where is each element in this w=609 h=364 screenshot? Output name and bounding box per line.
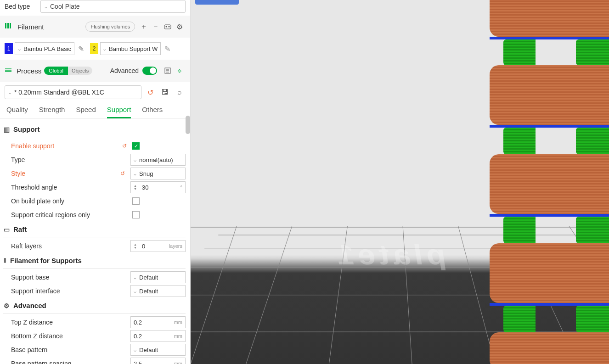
filament-slot-2: 2 ⌵Bambu Support W ✎: [90, 42, 172, 55]
setting-support-base: Support base ⌵Default: [3, 270, 186, 284]
bed-type-value: Cool Plate: [50, 3, 80, 10]
svg-rect-2: [10, 23, 11, 28]
setting-top-z: Top Z distance 0.2mm: [3, 315, 186, 329]
process-section-header: Process Global Objects Advanced ⟐: [0, 60, 190, 82]
flushing-volumes-button[interactable]: Flushing volumes: [85, 22, 135, 32]
scrollbar-thumb[interactable]: [186, 116, 190, 134]
filament-swatch-2[interactable]: 2: [90, 43, 98, 54]
tab-quality[interactable]: Quality: [6, 106, 28, 118]
ams-icon[interactable]: [162, 21, 174, 33]
raft-layers-input[interactable]: ▲▼0layers: [130, 240, 186, 252]
setting-raft-layers: Raft layers ▲▼0layers: [3, 239, 186, 253]
chevron-down-icon: ⌵: [103, 46, 106, 51]
enable-support-checkbox[interactable]: ✓: [132, 142, 140, 150]
sliced-model: [490, 0, 609, 364]
settings-panel[interactable]: ▥Support Enable support ↺ ✓ Type ⌵normal…: [0, 119, 190, 364]
advanced-switch[interactable]: [142, 67, 157, 75]
setting-enable-support: Enable support ↺ ✓: [3, 139, 186, 153]
spacing-input[interactable]: 2.5mm: [130, 358, 186, 364]
bed-type-row: Bed type ⌵ Cool Plate: [0, 0, 190, 16]
save-preset-icon[interactable]: 🖫: [159, 86, 171, 98]
tab-support[interactable]: Support: [107, 106, 131, 118]
advanced-label: Advanced: [110, 67, 139, 74]
filament-slot-1: 1 ⌵Bambu PLA Basic ✎: [5, 42, 85, 55]
process-tabs: Quality Strength Speed Support Others: [0, 103, 190, 119]
svg-point-5: [169, 26, 170, 28]
filament-select-2[interactable]: ⌵Bambu Support W: [100, 42, 161, 55]
group-advanced: ⚙Advanced: [3, 298, 186, 314]
process-preset-select[interactable]: ⌵ * 0.20mm Standard @BBL X1C: [5, 85, 141, 99]
chevron-down-icon: ⌵: [134, 275, 136, 280]
support-base-select[interactable]: ⌵Default: [130, 271, 186, 283]
filament-swatch-1[interactable]: 1: [5, 43, 13, 54]
preset-row: ⌵ * 0.20mm Standard @BBL X1C ↺ 🖫 ⌕: [0, 82, 190, 103]
setting-critical: Support critical regions only: [3, 208, 186, 222]
global-objects-toggle[interactable]: Global Objects: [44, 67, 92, 75]
filament-title: Filament: [17, 23, 85, 31]
style-select[interactable]: ⌵Snug: [130, 168, 186, 179]
on-plate-checkbox[interactable]: [132, 197, 140, 205]
group-filament-supports: ⦀Filament for Supports: [3, 253, 186, 269]
3d-viewport[interactable]: plate1: [191, 0, 609, 364]
setting-bottom-z: Bottom Z distance 0.2mm: [3, 329, 186, 343]
svg-rect-1: [7, 23, 9, 28]
top-z-input[interactable]: 0.2mm: [130, 316, 186, 328]
tab-speed[interactable]: Speed: [76, 106, 96, 118]
filament-group-icon: ⦀: [4, 257, 6, 264]
chevron-down-icon: ⌵: [134, 289, 136, 294]
svg-rect-0: [5, 23, 6, 28]
filament-section-header: Filament Flushing volumes ＋ － ⚙: [0, 16, 190, 38]
threshold-input[interactable]: ▲▼30°: [130, 181, 186, 193]
support-group-icon: ▥: [4, 126, 10, 133]
viewport-top-button[interactable]: [195, 0, 239, 5]
tab-others[interactable]: Others: [142, 106, 163, 118]
gear-icon: ⚙: [4, 302, 10, 309]
gear-icon[interactable]: ⚙: [174, 21, 186, 33]
setting-spacing: Base pattern spacing 2.5mm: [3, 357, 186, 364]
settings-sidebar: Bed type ⌵ Cool Plate Filament Flushing …: [0, 0, 191, 364]
chevron-down-icon: ⌵: [18, 46, 21, 51]
reset-icon[interactable]: ↺: [120, 170, 129, 177]
spinner-icon[interactable]: ▲▼: [134, 243, 140, 249]
setting-threshold: Threshold angle ▲▼30°: [3, 180, 186, 194]
tune-icon[interactable]: ⟐: [174, 65, 186, 77]
search-icon[interactable]: ⌕: [174, 86, 186, 98]
chevron-down-icon: ⌵: [134, 171, 136, 176]
bottom-z-input[interactable]: 0.2mm: [130, 330, 186, 342]
group-raft: ▭Raft: [3, 222, 186, 237]
tab-strength[interactable]: Strength: [39, 106, 65, 118]
critical-checkbox[interactable]: [132, 211, 140, 218]
base-pattern-select[interactable]: ⌵Default: [130, 344, 186, 356]
bed-type-select[interactable]: ⌵ Cool Plate: [40, 0, 186, 13]
spinner-icon[interactable]: ▲▼: [134, 184, 140, 190]
reset-preset-icon[interactable]: ↺: [144, 86, 156, 98]
chevron-down-icon: ⌵: [45, 4, 47, 9]
chevron-down-icon: ⌵: [9, 90, 11, 95]
compare-icon[interactable]: [162, 65, 174, 77]
remove-filament-button[interactable]: －: [150, 21, 162, 33]
setting-on-plate: On build plate only: [3, 194, 186, 208]
svg-point-4: [166, 26, 167, 28]
bed-type-label: Bed type: [5, 3, 40, 10]
process-icon: [5, 67, 12, 75]
setting-support-interface: Support interface ⌵Default: [3, 284, 186, 298]
svg-rect-3: [164, 25, 171, 29]
raft-group-icon: ▭: [4, 226, 10, 233]
setting-type: Type ⌵normal(auto): [3, 153, 186, 167]
group-support: ▥Support: [3, 122, 186, 137]
setting-base-pattern: Base pattern ⌵Default: [3, 343, 186, 357]
chevron-down-icon: ⌵: [134, 347, 136, 353]
reset-icon[interactable]: ↺: [122, 143, 130, 149]
type-select[interactable]: ⌵normal(auto): [130, 154, 186, 166]
filament-icon: [5, 22, 13, 31]
support-interface-select[interactable]: ⌵Default: [130, 285, 186, 297]
add-filament-button[interactable]: ＋: [138, 21, 150, 33]
plate-label: plate1: [331, 238, 448, 270]
edit-icon[interactable]: ✎: [76, 44, 85, 53]
filament-select-1[interactable]: ⌵Bambu PLA Basic: [15, 42, 74, 55]
filament-list: 1 ⌵Bambu PLA Basic ✎ 2 ⌵Bambu Support W …: [0, 38, 190, 60]
edit-icon[interactable]: ✎: [163, 44, 172, 53]
setting-style: Style ↺ ⌵Snug: [3, 167, 186, 180]
chevron-down-icon: ⌵: [134, 157, 136, 162]
process-title: Process: [17, 67, 41, 75]
